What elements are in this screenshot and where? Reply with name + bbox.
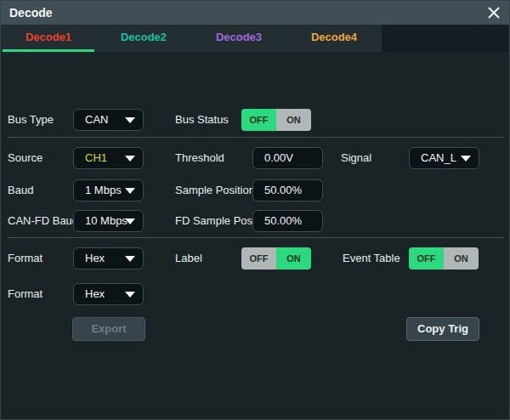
tab-decode4-label: Decode4	[311, 31, 357, 43]
format2-dropdown[interactable]: Hex	[73, 283, 144, 305]
tab-bar: Decode1 Decode2 Decode3 Decode4	[1, 25, 510, 52]
section-divider	[8, 237, 504, 238]
decode-settings-panel: Bus Type CAN Bus Status OFF ON Source CH…	[1, 52, 510, 420]
tab-decode2-label: Decode2	[121, 31, 167, 43]
signal-value: CAN_L	[421, 151, 456, 164]
baud-dropdown[interactable]: 1 Mbps	[73, 179, 144, 201]
threshold-label: Threshold	[175, 147, 224, 169]
close-icon[interactable]	[484, 3, 504, 22]
tab-decode3[interactable]: Decode3	[191, 25, 286, 52]
export-button[interactable]: Export	[72, 317, 145, 341]
format-value: Hex	[85, 252, 105, 264]
format2-label: Format	[8, 283, 42, 305]
bus-type-label: Bus Type	[8, 109, 54, 131]
tab-decode4[interactable]: Decode4	[286, 25, 382, 52]
titlebar: Decode	[1, 1, 510, 25]
source-dropdown[interactable]: CH1	[73, 147, 144, 169]
baud-label: Baud	[8, 179, 33, 201]
canfd-baud-dropdown[interactable]: 10 Mbps	[73, 210, 144, 232]
label-toggle-off[interactable]: OFF	[241, 247, 276, 270]
tab-decode1[interactable]: Decode1	[1, 25, 96, 52]
label-toggle-on[interactable]: ON	[276, 247, 311, 270]
event-table-toggle: OFF ON	[409, 247, 479, 270]
tab-decode1-label: Decode1	[26, 31, 71, 43]
baud-value: 1 Mbps	[85, 184, 122, 196]
sample-position-input[interactable]: 50.00%	[252, 179, 323, 201]
source-value: CH1	[85, 151, 107, 164]
copy-trig-button[interactable]: Copy Trig	[406, 317, 479, 341]
bus-status-on[interactable]: ON	[276, 109, 311, 131]
section-divider	[8, 137, 504, 138]
bus-status-off[interactable]: OFF	[241, 109, 276, 131]
decode-dialog: Decode Decode1 Decode2 Decode3 Decode4 B…	[0, 0, 510, 420]
sample-position-value: 50.00%	[264, 184, 302, 196]
source-label: Source	[8, 147, 42, 169]
threshold-value: 0.00V	[264, 151, 293, 164]
format-dropdown[interactable]: Hex	[73, 247, 144, 270]
bus-type-dropdown[interactable]: CAN	[73, 109, 144, 131]
format-label: Format	[8, 247, 42, 270]
event-table-on[interactable]: ON	[444, 247, 479, 270]
event-table-label: Event Table	[343, 247, 400, 270]
tab-decode3-label: Decode3	[216, 31, 262, 43]
format2-value: Hex	[85, 287, 105, 300]
dialog-title: Decode	[9, 1, 53, 25]
tab-decode2[interactable]: Decode2	[96, 25, 191, 52]
bus-status-label: Bus Status	[175, 109, 229, 131]
signal-label: Signal	[341, 147, 371, 169]
threshold-input[interactable]: 0.00V	[252, 147, 323, 169]
canfd-baud-value: 10 Mbps	[85, 214, 128, 227]
label-toggle-label: Label	[175, 247, 202, 270]
fd-sample-position-value: 50.00%	[264, 214, 302, 227]
canfd-baud-label: CAN-FD Baud	[8, 210, 78, 232]
bus-type-value: CAN	[85, 113, 108, 126]
sample-position-label: Sample Position	[175, 179, 255, 201]
signal-dropdown[interactable]: CAN_L	[409, 147, 479, 169]
fd-sample-position-input[interactable]: 50.00%	[252, 210, 323, 232]
bus-status-toggle: OFF ON	[241, 109, 311, 131]
event-table-off[interactable]: OFF	[409, 247, 444, 270]
label-toggle: OFF ON	[241, 247, 311, 270]
